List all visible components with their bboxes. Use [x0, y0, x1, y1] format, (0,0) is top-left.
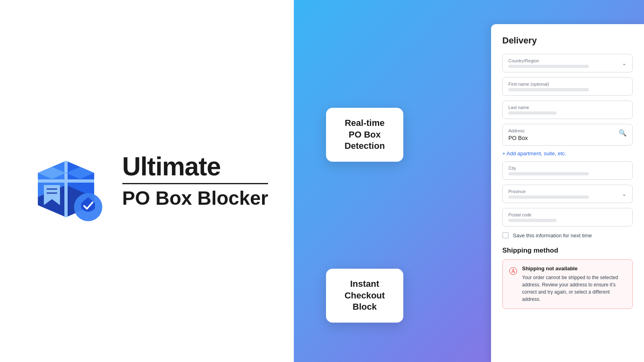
last-name-label: Last name	[508, 105, 627, 110]
first-name-bar	[508, 88, 589, 91]
error-content: Shipping not available Your order cannot…	[522, 265, 626, 303]
address-label: Address	[508, 128, 528, 133]
first-name-label: First name (optional)	[508, 82, 627, 86]
postal-label: Postal code	[508, 212, 627, 217]
save-info-row: Save this information for next time	[502, 232, 633, 239]
brand-content: Ultimate PO Box Blocker	[26, 141, 268, 221]
brand-title: Ultimate	[122, 152, 268, 181]
last-name-field[interactable]: Last name	[502, 101, 633, 119]
province-field[interactable]: Province ⌄	[502, 185, 633, 203]
brand-subtitle: PO Box Blocker	[122, 187, 268, 210]
add-suite-link[interactable]: + Add apartment, suite, etc.	[502, 150, 633, 156]
form-group-address: Address PO Box 🔍	[502, 124, 633, 146]
form-group-lastname: Last name	[502, 101, 633, 119]
chevron-down-icon: ⌄	[622, 60, 627, 66]
logo-container	[26, 141, 106, 221]
error-body: Your order cannot be shipped to the sele…	[522, 274, 626, 303]
city-bar	[508, 172, 589, 175]
card-realtime: Real-time PO Box Detection	[326, 108, 403, 162]
address-field[interactable]: Address PO Box 🔍	[502, 124, 633, 146]
form-group-province: Province ⌄	[502, 185, 633, 203]
left-panel: Ultimate PO Box Blocker	[0, 0, 294, 362]
form-group-city: City	[502, 161, 633, 180]
brand-divider	[122, 183, 268, 184]
card-realtime-text: Real-time PO Box Detection	[339, 117, 390, 152]
city-field[interactable]: City	[502, 161, 633, 180]
search-icon: 🔍	[619, 129, 627, 137]
card-instant-text: Instant Checkout Block	[339, 278, 390, 313]
last-name-bar	[508, 111, 557, 115]
brand-text: Ultimate PO Box Blocker	[122, 152, 268, 210]
first-name-field[interactable]: First name (optional)	[502, 77, 633, 96]
shipping-error-box: Ⓐ Shipping not available Your order cann…	[502, 259, 633, 309]
delivery-panel: Delivery Country/Region ⌄ First name (op…	[491, 24, 644, 362]
address-value: PO Box	[508, 135, 528, 141]
card-instant: Instant Checkout Block	[326, 269, 403, 323]
save-info-checkbox[interactable]	[502, 232, 509, 239]
province-bar	[508, 195, 589, 199]
error-title: Shipping not available	[522, 265, 626, 272]
form-group-country: Country/Region ⌄	[502, 54, 633, 72]
chevron-down-icon-province: ⌄	[622, 191, 627, 197]
shipping-method-title: Shipping method	[502, 247, 633, 255]
province-label: Province	[508, 189, 622, 194]
postal-field[interactable]: Postal code	[502, 208, 633, 226]
error-icon: Ⓐ	[509, 266, 517, 277]
form-group-firstname: First name (optional)	[502, 77, 633, 96]
country-field[interactable]: Country/Region ⌄	[502, 54, 633, 72]
city-label: City	[508, 166, 627, 171]
country-label: Country/Region	[508, 58, 622, 63]
postal-bar	[508, 219, 557, 222]
save-info-label: Save this information for next time	[513, 232, 592, 239]
form-group-postal: Postal code	[502, 208, 633, 226]
right-panel: Real-time PO Box Detection Instant Check…	[294, 0, 644, 362]
delivery-title: Delivery	[502, 35, 633, 46]
country-bar	[508, 65, 589, 68]
